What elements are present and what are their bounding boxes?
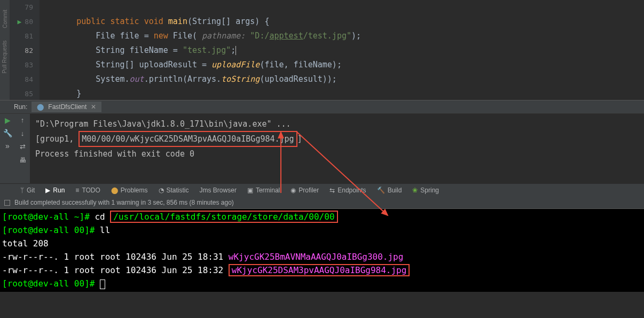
scroll-down-icon[interactable]: ↓ — [21, 129, 25, 137]
line-gutter: 79 ▶80 81 82 83 84 85 — [10, 0, 40, 100]
console-output[interactable]: "D:\Program Files\Java\jdk1.8.0_171\bin\… — [30, 114, 644, 183]
command: cd — [95, 212, 110, 222]
tab-todo[interactable]: ≡TODO — [75, 187, 100, 194]
rerun-button[interactable]: ▶ — [5, 116, 11, 125]
line-num: 84 — [10, 72, 33, 87]
status-icon[interactable] — [4, 200, 10, 206]
print-icon[interactable]: 🖶 — [19, 156, 26, 164]
warning-icon: ⬤ — [111, 187, 118, 194]
console-line: [group1, M00/00/00/wKjycGK25DSAM3pvAAGQJ… — [35, 131, 639, 147]
tab-jms[interactable]: Jms Browser — [200, 187, 237, 194]
run-gutter-icon[interactable]: ▶ — [18, 14, 22, 29]
bottom-tool-tabs: ᛘGit ▶Run ≡TODO ⬤Problems ◔Statistic Jms… — [0, 183, 644, 197]
spring-icon: ❀ — [412, 187, 418, 194]
ls-output: total 208 — [2, 237, 642, 250]
run-tab-label: FastDfsClient — [48, 103, 87, 111]
run-label: Run: — [10, 103, 32, 111]
run-panel-header: Run: ⬤ FastDfsClient ✕ — [0, 100, 644, 114]
status-text: Build completed successfully with 1 warn… — [14, 199, 234, 206]
command: ll — [100, 225, 110, 235]
line-num-current: 82 — [10, 43, 33, 58]
run-tab[interactable]: ⬤ FastDfsClient ✕ — [32, 102, 101, 112]
console-line: Process finished with exit code 0 — [35, 147, 639, 161]
string: /test.jpg" — [303, 31, 351, 41]
endpoints-icon: ⇆ — [329, 187, 335, 194]
external-terminal[interactable]: [root@dev-all ~]# cd /usr/local/fastdfs/… — [0, 209, 644, 292]
function-call: uploadFile — [211, 60, 260, 69]
highlighted-path: M00/00/00/wKjycGK25DSAM3pvAAGQJ0aIBGg984… — [78, 131, 297, 147]
tab-statistic[interactable]: ◔Statistic — [159, 187, 189, 194]
close-icon[interactable]: ✕ — [91, 103, 96, 111]
commit-tool[interactable]: Commit — [2, 10, 8, 28]
play-icon: ▶ — [45, 187, 50, 194]
tab-problems[interactable]: ⬤Problems — [111, 187, 148, 194]
tab-build[interactable]: 🔨Build — [377, 187, 402, 194]
string: apptest — [269, 31, 303, 41]
highlighted-file-name: wKjycGK25DSAM3pvAAGQJ0aIBGg984.jpg — [229, 264, 410, 276]
keyword: void — [144, 17, 163, 26]
tab-git[interactable]: ᛘGit — [20, 187, 35, 194]
side-tool-windows[interactable]: Commit Pull Requests — [0, 0, 10, 100]
list-icon: ≡ — [75, 187, 79, 194]
chart-icon: ◔ — [159, 187, 164, 194]
highlighted-cd-path: /usr/local/fastdfs/storage/store/data/00… — [110, 211, 337, 223]
string: "D:/ — [250, 31, 269, 41]
settings-button[interactable]: 🔧 — [3, 129, 12, 137]
scroll-up-icon[interactable]: ↑ — [21, 116, 25, 124]
pull-requests-tool[interactable]: Pull Requests — [2, 41, 8, 74]
ls-output: -rw-r--r--. 1 root root 102436 Jun 25 18… — [2, 252, 229, 262]
profiler-icon: ◉ — [290, 187, 296, 194]
branch-icon: ᛘ — [20, 187, 24, 194]
prompt: [root@dev-all ~]# — [2, 212, 95, 222]
line-num: 83 — [10, 58, 33, 72]
line-num: 85 — [10, 87, 33, 101]
status-bar: Build completed successfully with 1 warn… — [0, 197, 644, 209]
terminal-icon: ▣ — [247, 187, 253, 194]
text-cursor — [235, 46, 236, 55]
tab-terminal[interactable]: ▣Terminal — [247, 187, 280, 194]
field: out — [130, 74, 144, 84]
keyword: new — [154, 31, 168, 41]
line-num: 79 — [10, 0, 33, 14]
hammer-icon: 🔨 — [377, 187, 385, 194]
run-toolbar-inner: ↑ ↓ ⇄ 🖶 — [15, 114, 30, 183]
prompt: [root@dev-all 00]# — [2, 278, 100, 289]
keyword: static — [110, 17, 139, 26]
console-line: "D:\Program Files\Java\jdk1.8.0_171\bin\… — [35, 117, 639, 131]
prompt: [root@dev-all 00]# — [2, 225, 100, 235]
string: "test.jpg" — [183, 45, 231, 55]
tab-endpoints[interactable]: ⇆Endpoints — [329, 187, 366, 194]
tab-run[interactable]: ▶Run — [45, 187, 65, 194]
ls-output: -rw-r--r--. 1 root root 102436 Jun 25 18… — [2, 265, 229, 275]
param-hint: pathname: — [202, 31, 245, 41]
function-name: main — [168, 17, 187, 26]
line-num: 81 — [10, 29, 33, 43]
function-call: toString — [221, 74, 260, 84]
tab-spring[interactable]: ❀Spring — [412, 187, 439, 194]
soft-wrap-icon[interactable]: ⇄ — [20, 143, 26, 151]
line-num: ▶80 — [10, 14, 33, 29]
terminal-cursor — [100, 280, 105, 289]
code-editor[interactable]: public static void main(String[] args) {… — [40, 0, 644, 100]
tab-profiler[interactable]: ◉Profiler — [290, 187, 319, 194]
run-config-icon: ⬤ — [37, 103, 44, 111]
more-button[interactable]: » — [5, 142, 10, 150]
file-name: wKjycGK25BmAVNMaAAGQJ0aIBGg300.jpg — [229, 252, 404, 262]
keyword: public — [76, 17, 105, 26]
run-toolbar-left: ▶ 🔧 » — [0, 114, 15, 183]
